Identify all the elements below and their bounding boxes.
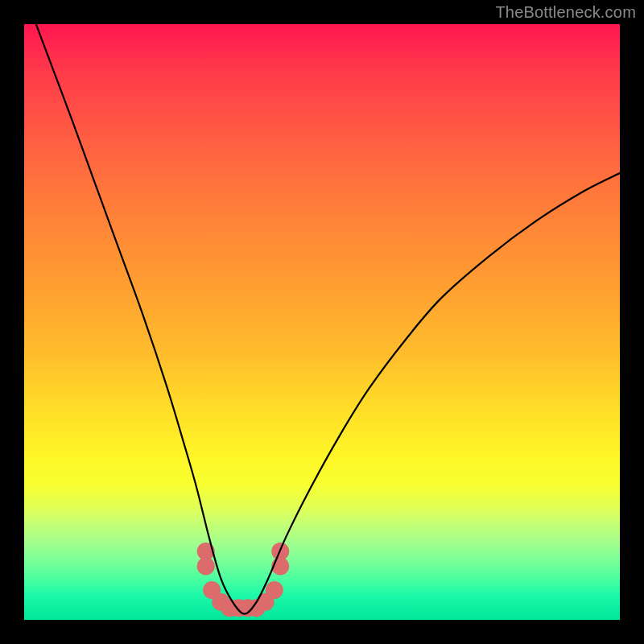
marker-dot xyxy=(266,581,283,599)
marker-dot xyxy=(197,557,215,575)
bottleneck-curve-path xyxy=(36,24,620,614)
watermark-text: TheBottleneck.com xyxy=(495,3,636,22)
chart-frame: TheBottleneck.com xyxy=(0,0,644,644)
curve-layer xyxy=(24,24,620,620)
marker-cluster-group xyxy=(197,543,290,617)
plot-area xyxy=(24,24,620,620)
